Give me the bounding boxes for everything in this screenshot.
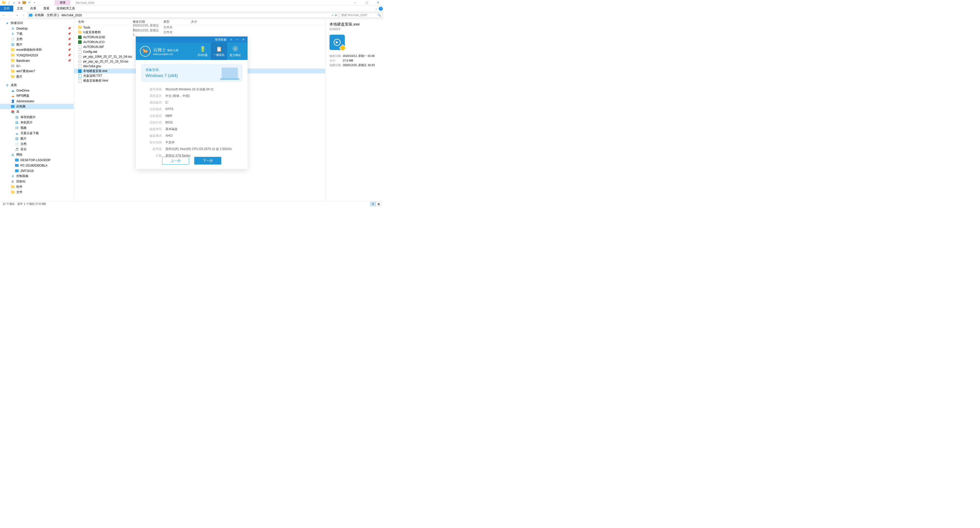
installer-tab-install[interactable]: 📋 一键装机 xyxy=(211,43,227,60)
statusbar: 12 个项目 选中 1 个项目 27.6 MB ☰ ▦ xyxy=(0,201,384,207)
laptop-icon xyxy=(221,68,238,78)
sidebar-downloads[interactable]: ⬇下载📌 xyxy=(0,31,74,36)
sidebar-desktop[interactable]: 🖥Desktop📌 xyxy=(0,26,74,31)
manage-contextual-tab[interactable]: 管理 xyxy=(55,0,70,5)
check-icon[interactable]: ✓ xyxy=(12,0,16,5)
folder-icon xyxy=(11,53,15,57)
tab-share[interactable]: 共享 xyxy=(27,6,40,11)
view-large-button[interactable]: ▦ xyxy=(375,202,381,206)
wps-icon: ☁ xyxy=(11,94,15,98)
sidebar-net1[interactable]: DESKTOP-LSSOEDP xyxy=(0,157,74,163)
sidebar-pictures2[interactable]: 图片 xyxy=(0,74,74,79)
nav-up-button[interactable]: ↑ xyxy=(21,13,27,18)
sidebar-camera-roll[interactable]: 🖼本机照片 xyxy=(0,120,74,125)
document-icon: 📄 xyxy=(11,37,15,41)
help-icon[interactable]: ? xyxy=(379,6,383,11)
sidebar-wps[interactable]: ☁WPS网盘 xyxy=(0,93,74,98)
undo-icon[interactable]: ↶ xyxy=(27,0,32,5)
delete-icon[interactable]: ✕ xyxy=(17,0,21,5)
column-name[interactable]: 名称 xyxy=(74,20,133,24)
sidebar-recycle[interactable]: 🗑回收站 xyxy=(0,179,74,184)
chevron-right-icon[interactable]: › xyxy=(45,14,46,17)
search-icon[interactable]: 🔍 xyxy=(377,14,381,17)
folder-icon[interactable] xyxy=(2,0,6,5)
sidebar-onedrive[interactable]: ☁OneDrive xyxy=(0,88,74,93)
tab-home[interactable]: 主页 xyxy=(13,6,27,11)
sidebar-software[interactable]: 软件 xyxy=(0,184,74,190)
installer-titlebar: 联系客服 ≡ ─ ✕ xyxy=(136,36,248,43)
sysinfo-label: 安全启动 xyxy=(146,139,162,146)
tab-apptools[interactable]: 应用程序工具 xyxy=(53,6,79,11)
installer-minimize-button[interactable]: ─ xyxy=(234,36,240,43)
sidebar-desktop-root[interactable]: 🖥桌面 xyxy=(0,82,74,88)
details-type: 应用程序 xyxy=(329,27,380,31)
sidebar-gdrive[interactable]: G:\ xyxy=(0,63,74,69)
installer-menu-button[interactable]: ≡ xyxy=(228,36,234,43)
search-input[interactable]: 搜索"Win7x64_2020" 🔍 xyxy=(339,13,383,18)
nav-recent-dropdown[interactable]: ▾ xyxy=(14,13,20,18)
sidebar-videos[interactable]: 🎞视频 xyxy=(0,125,74,131)
view-details-button[interactable]: ☰ xyxy=(370,202,375,206)
sidebar-net2[interactable]: PC-20190530OBLA xyxy=(0,163,74,168)
details-size: 27.6 MB xyxy=(343,58,353,63)
sidebar-tianyi[interactable]: ☁天翼云盘下载 xyxy=(0,131,74,136)
installer-body: 准备安装: Windows 7 (x64) 操作系统Microsoft Wind… xyxy=(136,60,248,163)
file-row[interactable]: U盘安装教程2020/12/25, 星期五 1...文件夹 xyxy=(74,30,325,35)
tab-file[interactable]: 文件 xyxy=(0,6,13,11)
folder-icon xyxy=(11,185,15,189)
installer-prev-button[interactable]: 上一步 xyxy=(162,157,189,165)
close-button[interactable]: ✕ xyxy=(372,0,384,6)
sysinfo-label: 系统盘符 xyxy=(146,99,162,106)
installer-tab-usb[interactable]: 🔋 启动U盘 xyxy=(194,43,211,60)
column-size[interactable]: 大小 xyxy=(191,20,211,24)
sidebar-documents[interactable]: 📄文档📌 xyxy=(0,36,74,42)
addressbar[interactable]: › 此电脑 › 文档 (E:) › Win7x64_2020 ▾ ⟳ xyxy=(27,13,339,18)
sysinfo-value: 英特尔(R) Xeon(R) CPU E5-2670 v2 @ 2.50GHz xyxy=(165,146,232,152)
sysinfo-label: 系统语言 xyxy=(146,93,162,99)
installer-close-button[interactable]: ✕ xyxy=(240,36,247,43)
installer-contact-button[interactable]: 联系客服 xyxy=(213,36,228,43)
refresh-icon[interactable]: ⟳ xyxy=(334,14,337,17)
minimize-button[interactable]: ─ xyxy=(349,0,361,6)
breadcrumb-drive[interactable]: 文档 (E:) xyxy=(46,13,59,17)
sidebar-lib-docs[interactable]: 📄文档 xyxy=(0,141,74,147)
chevron-right-icon[interactable]: › xyxy=(60,14,60,17)
tab-view[interactable]: 查看 xyxy=(40,6,53,11)
column-type[interactable]: 类型 xyxy=(163,20,191,24)
sidebar-lib-music[interactable]: 🎵音乐 xyxy=(0,147,74,152)
sidebar-bandicam[interactable]: Bandicam📌 xyxy=(0,58,74,63)
sidebar-thispc[interactable]: 此电脑 xyxy=(0,104,74,109)
maximize-button[interactable]: ▢ xyxy=(361,0,372,6)
sidebar-files[interactable]: 文件 xyxy=(0,190,74,195)
ribbon-expand-icon[interactable]: ⌄ xyxy=(375,7,377,10)
sidebar-libraries[interactable]: 📚库 xyxy=(0,109,74,114)
details-created-label: 创建日期: xyxy=(329,63,343,67)
sidebar-net3[interactable]: ZMT2019 xyxy=(0,168,74,173)
sysinfo-row: 系统语言中文 (简体，中国) xyxy=(146,93,237,99)
sidebar-saved-pics[interactable]: 🖼保存的图片 xyxy=(0,114,74,120)
sidebar-win7reinstall[interactable]: win7重装win7 xyxy=(0,69,74,74)
chevron-right-icon[interactable]: › xyxy=(33,14,34,17)
nav-back-button[interactable]: ← xyxy=(1,13,6,18)
breadcrumb-root[interactable]: 此电脑 xyxy=(34,13,45,17)
sidebar-lib-pics[interactable]: 🖼图片 xyxy=(0,136,74,141)
sidebar-admin[interactable]: 👤Administrator xyxy=(0,98,74,104)
details-preview-icon xyxy=(329,35,345,50)
folder-icon xyxy=(11,59,15,63)
installer-tab-site[interactable]: ⓔ 官方网址 xyxy=(227,43,243,60)
system-info: 操作系统Microsoft Windows 10 企业版 64 位系统语言中文 … xyxy=(141,86,242,159)
file-icon xyxy=(78,50,82,54)
file-row[interactable]: Tools2020/12/25, 星期五 1...文件夹 xyxy=(74,25,325,30)
sidebar-quick-access[interactable]: ★快速访问 xyxy=(0,21,74,26)
breadcrumb-folder[interactable]: Win7x64_2020 xyxy=(61,14,83,17)
sidebar-excel[interactable]: excel表格制作求和📌 xyxy=(0,47,74,52)
sidebar-yunqishi[interactable]: YUNQISHI2019📌 xyxy=(0,52,74,58)
new-folder-icon[interactable] xyxy=(22,0,27,5)
sidebar-network[interactable]: 🖧网络 xyxy=(0,152,74,157)
addressbar-dropdown-icon[interactable]: ▾ xyxy=(332,14,333,17)
installer-next-button[interactable]: 下一步 xyxy=(194,157,221,165)
nav-forward-button[interactable]: → xyxy=(8,13,13,18)
sidebar-control-panel[interactable]: ⚙控制面板 xyxy=(0,173,74,179)
dropdown-icon[interactable]: ▼ xyxy=(32,0,37,5)
sidebar-pictures[interactable]: 🖼图片📌 xyxy=(0,42,74,47)
